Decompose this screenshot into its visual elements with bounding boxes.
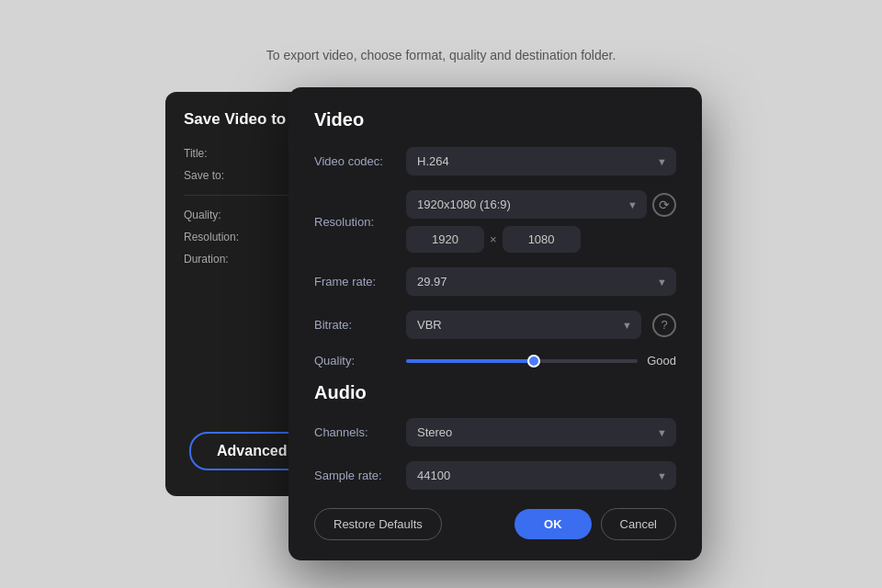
codec-select[interactable]: H.264 [406, 147, 676, 175]
bitrate-label: Bitrate: [314, 318, 406, 332]
samplerate-select-wrapper[interactable]: 44100 ▼ [406, 461, 676, 490]
restore-defaults-button[interactable]: Restore Defaults [314, 508, 442, 540]
resolution-inputs: × [406, 226, 676, 253]
codec-row: Video codec: H.264 ▼ [314, 147, 676, 175]
framerate-label: Frame rate: [314, 275, 406, 288]
quality-value-label: Good [647, 354, 676, 368]
resolution-height-input[interactable] [503, 226, 581, 253]
quality-row: Quality: Good [314, 354, 676, 368]
samplerate-select[interactable]: 44100 [406, 461, 676, 490]
bitrate-select-wrapper[interactable]: VBR ▼ [406, 311, 641, 339]
audio-section-title: Audio [314, 382, 676, 403]
resolution-preset-select[interactable]: 1920x1080 (16:9) [406, 190, 647, 219]
resolution-preset-wrapper[interactable]: 1920x1080 (16:9) ▼ [406, 190, 647, 219]
quality-slider-track[interactable] [406, 359, 638, 363]
bitrate-select[interactable]: VBR [406, 311, 641, 339]
channels-select-wrapper[interactable]: Stereo ▼ [406, 418, 676, 447]
ok-button[interactable]: OK [514, 509, 592, 539]
resolution-row: Resolution: 1920x1080 (16:9) ▼ ⟳ × [314, 190, 676, 253]
dialog-footer: Restore Defaults OK Cancel [314, 508, 676, 540]
quality-slider-thumb[interactable] [527, 355, 540, 368]
video-section-title: Video [314, 109, 676, 130]
codec-select-wrapper[interactable]: H.264 ▼ [406, 147, 676, 175]
framerate-select-wrapper[interactable]: 29.97 ▼ [406, 267, 676, 296]
resolution-label: Resolution: [314, 215, 406, 229]
channels-select[interactable]: Stereo [406, 418, 676, 447]
channels-label: Channels: [314, 425, 406, 439]
resolution-x-separator: × [490, 232, 497, 246]
advanced-dialog: Video Video codec: H.264 ▼ Resolution: 1… [288, 87, 702, 560]
resolution-width-input[interactable] [406, 226, 484, 253]
quality-field-label: Quality: [314, 354, 406, 368]
samplerate-row: Sample rate: 44100 ▼ [314, 461, 676, 490]
cancel-button[interactable]: Cancel [601, 508, 676, 540]
samplerate-label: Sample rate: [314, 469, 406, 482]
framerate-row: Frame rate: 29.97 ▼ [314, 267, 676, 296]
page-hint: To export video, choose format, quality … [266, 48, 616, 62]
codec-label: Video codec: [314, 154, 406, 168]
framerate-select[interactable]: 29.97 [406, 267, 676, 296]
bitrate-help-icon[interactable]: ? [652, 313, 676, 337]
channels-row: Channels: Stereo ▼ [314, 418, 676, 447]
quality-slider-wrap[interactable]: Good [406, 354, 676, 368]
resolution-group: 1920x1080 (16:9) ▼ ⟳ × [406, 190, 676, 253]
quality-slider-fill [406, 359, 534, 363]
link-aspect-ratio-icon[interactable]: ⟳ [652, 193, 676, 217]
bitrate-row: Bitrate: VBR ▼ ? [314, 311, 676, 339]
